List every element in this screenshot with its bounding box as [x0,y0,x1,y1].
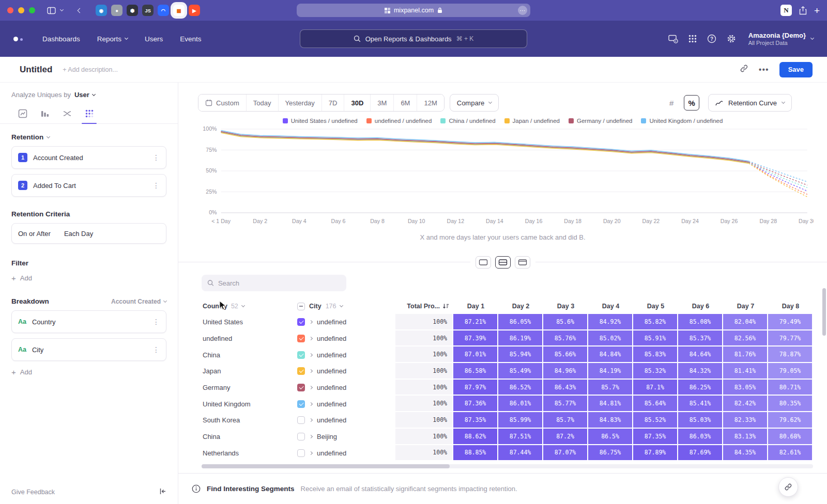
retention-criteria-control[interactable]: On or After Each Day [11,223,166,244]
mixpanel-logo[interactable] [13,37,23,41]
share-link-fab[interactable] [778,477,798,497]
chart-type-dropdown[interactable]: Retention Curve [708,94,792,112]
chevron-right-icon[interactable] [309,337,313,340]
row-checkbox[interactable] [297,318,305,326]
row-checkbox[interactable] [297,384,305,391]
retention-section-header[interactable]: Retention [11,133,166,141]
report-title[interactable]: Untitled [20,65,52,75]
range-30d[interactable]: 30D [344,94,370,111]
absolute-numbers-toggle[interactable]: # [664,95,679,111]
session-replay-icon[interactable] [668,35,678,43]
breakdown-scope-selector[interactable]: Account Created [111,298,166,305]
column-header-day-6[interactable]: Day 6 [678,303,723,310]
legend-item[interactable]: Japan / undefined [504,118,560,124]
table-search-input[interactable] [218,279,341,287]
favicon-mixpanel[interactable]: ▦ [173,5,185,16]
column-header-day-1[interactable]: Day 1 [453,303,498,310]
nav-item-users[interactable]: Users [145,35,163,43]
chevron-right-icon[interactable] [309,402,313,406]
address-bar[interactable]: mixpanel.com ⋯ [297,4,530,17]
legend-item[interactable]: undefined / undefined [366,118,432,124]
range-12m[interactable]: 12M [417,94,443,111]
breakdown-card-city[interactable]: Aa City ⋮ [11,338,166,361]
nav-item-events[interactable]: Events [180,35,201,43]
select-all-checkbox[interactable] [297,303,305,310]
legend-item[interactable]: United States / undefined [283,118,358,124]
legend-item[interactable]: China / undefined [440,118,495,124]
legend-item[interactable]: United Kingdom / undefined [641,118,723,124]
breakdown-card-country[interactable]: Aa Country ⋮ [11,310,166,333]
favicon-js[interactable]: JS [142,5,154,16]
favicon-wave[interactable]: ◠ [158,5,169,16]
row-checkbox[interactable] [297,449,305,457]
minimize-window-button[interactable] [18,7,24,13]
chevron-right-icon[interactable] [309,353,313,357]
page-scrollbar-thumb[interactable] [822,288,826,336]
chevron-right-icon[interactable] [309,369,313,373]
range-yesterday[interactable]: Yesterday [278,94,321,111]
chevron-right-icon[interactable] [309,435,313,438]
more-options-icon[interactable]: ••• [759,65,769,74]
row-checkbox[interactable] [297,335,305,342]
chevron-right-icon[interactable] [309,418,313,422]
add-filter-button[interactable]: + Add [11,274,166,282]
notion-extension-icon[interactable]: N [780,5,792,16]
column-header-city[interactable]: City 176 [297,303,395,310]
column-header-country[interactable]: Country 52 [202,303,297,310]
row-checkbox[interactable] [297,351,305,359]
zoom-window-button[interactable] [29,7,35,13]
save-button[interactable]: Save [779,62,813,77]
step-card-added-to-cart[interactable]: 2 Added To Cart ⋮ [11,174,166,197]
browser-sidebar-toggle[interactable] [47,7,56,14]
copy-link-icon[interactable] [740,64,748,75]
new-tab-button[interactable]: + [814,6,820,15]
column-header-day-8[interactable]: Day 8 [768,303,813,310]
column-header-day-5[interactable]: Day 5 [633,303,678,310]
nav-item-dashboards[interactable]: Dashboards [42,35,80,43]
chevron-right-icon[interactable] [309,451,313,455]
tab-funnels[interactable] [34,104,56,123]
close-window-button[interactable] [7,7,13,13]
column-header-day-7[interactable]: Day 7 [723,303,768,310]
row-checkbox[interactable] [297,416,305,424]
chart-only-view-button[interactable] [476,256,491,269]
retention-curve-chart[interactable]: 0%25%50%75%100%< 1 DayDay 2Day 4Day 6Day… [194,125,814,228]
compare-button[interactable]: Compare [450,94,499,112]
range-7d[interactable]: 7D [321,94,344,111]
help-icon[interactable]: ? [707,34,716,43]
favicon-video[interactable]: ▶ [189,5,200,16]
kebab-menu-icon[interactable]: ⋮ [152,345,160,354]
table-only-view-button[interactable] [515,256,530,269]
range-today[interactable]: Today [246,94,278,111]
step-card-account-created[interactable]: 1 Account Created ⋮ [11,146,166,169]
criteria-interval[interactable]: Each Day [64,230,93,238]
info-icon[interactable] [192,484,201,493]
project-switcher[interactable]: Amazonia {Demo} All Project Data [748,32,814,46]
share-icon[interactable] [799,6,807,15]
analyze-entity-selector[interactable]: User [74,91,95,99]
segments-title[interactable]: Find Interesting Segments [207,485,295,493]
kebab-menu-icon[interactable]: ⋮ [152,181,160,190]
browser-back-button[interactable] [78,8,83,13]
add-breakdown-button[interactable]: + Add [11,368,166,376]
column-header-total[interactable]: Total Pro... [395,303,453,310]
settings-gear-icon[interactable] [727,34,736,43]
nav-item-reports[interactable]: Reports [97,35,128,43]
chevron-right-icon[interactable] [309,320,313,324]
row-checkbox[interactable] [297,433,305,440]
column-header-day-3[interactable]: Day 3 [543,303,588,310]
percentage-toggle[interactable]: % [684,95,699,111]
favicon-info[interactable]: ◉ [96,5,107,16]
horizontal-scrollbar-thumb[interactable] [202,464,450,468]
range-custom[interactable]: Custom [198,94,246,111]
legend-item[interactable]: Germany / undefined [569,118,632,124]
tab-insights[interactable] [11,104,34,123]
collapse-sidebar-icon[interactable] [159,488,166,496]
row-checkbox[interactable] [297,400,305,408]
range-3m[interactable]: 3M [370,94,393,111]
extensions-badge[interactable]: ⋯ [518,6,527,15]
criteria-mode[interactable]: On or After [18,230,51,238]
kebab-menu-icon[interactable]: ⋮ [152,318,160,326]
favicon-dot[interactable]: ● [111,5,122,16]
chevron-right-icon[interactable] [309,386,313,389]
